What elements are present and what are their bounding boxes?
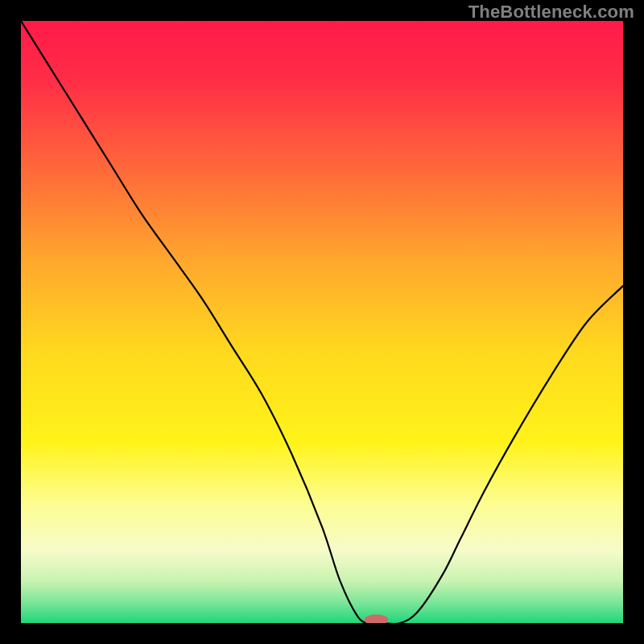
bottleneck-chart [21, 21, 623, 623]
gradient-background [21, 21, 623, 623]
watermark-text: TheBottleneck.com [469, 2, 634, 23]
plot-area [21, 21, 623, 623]
chart-frame: TheBottleneck.com [0, 0, 644, 644]
